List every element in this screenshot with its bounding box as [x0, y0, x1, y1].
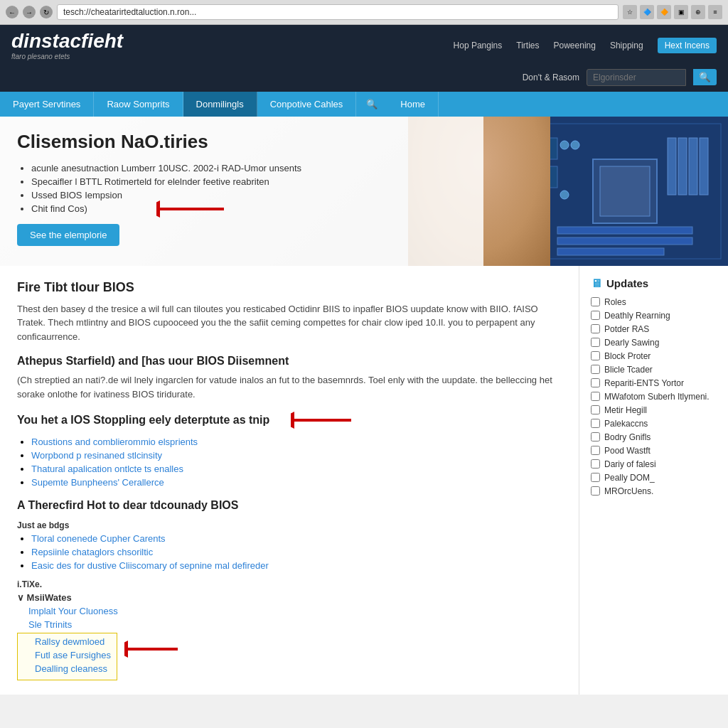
browser-forward-btn[interactable]: → — [23, 6, 36, 18]
nav-item-home[interactable]: Home — [387, 92, 439, 117]
checkbox-peally[interactable] — [591, 473, 600, 482]
section3-link-2[interactable]: Thatural apalication ontlcte ts enalles — [31, 464, 183, 474]
section3-title: You het a IOS Stoppling eely deterptute … — [17, 414, 269, 427]
site-logo[interactable]: dinstacfieht — [11, 31, 123, 53]
checkbox-dariy[interactable] — [591, 459, 600, 469]
section3-link-1[interactable]: Worpbond p resinaned stlcinsity — [31, 450, 162, 461]
section3-list: Roustions and comblierommio elsprients W… — [17, 437, 562, 488]
hero-motherboard-image — [536, 117, 728, 266]
extension-icon2[interactable]: 🔶 — [657, 5, 671, 19]
svg-rect-4 — [600, 166, 650, 216]
extension-icon4[interactable]: ⊕ — [691, 5, 705, 19]
section4-link-2[interactable]: Easic des for dustive Cliiscomary of sep… — [31, 560, 269, 571]
extension-icon5[interactable]: ≡ — [708, 5, 722, 19]
header-search-row: Don't & Rasom 🔍 — [0, 66, 728, 92]
sidebar-item-potder-ras: Potder RAS — [591, 324, 717, 334]
expand-child-4: Dealling cleaness — [23, 663, 111, 674]
nav-item-conpotive[interactable]: Conpotive Cahles — [257, 92, 357, 117]
nav-link-hop-pangins[interactable]: Hop Pangins — [454, 41, 503, 50]
section2-body: (Ch streptied an nati?.de wil lnely inga… — [17, 373, 562, 401]
browser-refresh-btn[interactable]: ↻ — [40, 6, 53, 18]
highlighted-list: Rallsy dewmloed Futl ase Fursighes Deall… — [17, 633, 117, 680]
hero-list-item-1: Specaifler l BTTL Rotimerteld for elelnd… — [31, 176, 466, 187]
hero-banner: Clisemsion NaO.tiries acunle anesutnacti… — [0, 117, 728, 266]
section4-list-item-0: Tloral conenede Cupher Carents — [31, 533, 562, 544]
checkbox-deathly-rearning[interactable] — [591, 311, 600, 320]
checkbox-pood[interactable] — [591, 446, 600, 455]
updates-icon: 🖥 — [591, 277, 602, 290]
sidebar-item-mwafotom: MWafotom Suberh Itlymeni. — [591, 392, 717, 402]
section4-list: Tloral conenede Cupher Carents Repsiinle… — [17, 533, 562, 571]
section4-link-0[interactable]: Tloral conenede Cupher Carents — [31, 533, 166, 544]
section4-link-1[interactable]: Repsiinle chataglors chsoriltic — [31, 547, 153, 557]
checkbox-bodry[interactable] — [591, 432, 600, 441]
svg-rect-10 — [557, 237, 692, 245]
sidebar-label-repariti: Repariti-ENTS Yortor — [604, 378, 684, 388]
extension-icon1[interactable]: 🔷 — [640, 5, 654, 19]
section3-link-3[interactable]: Supemte Bunpheens' Cerallerce — [31, 477, 164, 488]
checkbox-mwafotom[interactable] — [591, 392, 600, 401]
section3-list-item-2: Thatural apalication ontlcte ts enalles — [31, 464, 562, 474]
nav-item-raow[interactable]: Raow Somprits — [94, 92, 183, 117]
sidebar-item-dearly-sawing: Dearly Sawing — [591, 338, 717, 348]
bookmark-icon[interactable]: ☆ — [623, 5, 637, 19]
nav-search-icon[interactable]: 🔍 — [356, 92, 387, 117]
sidebar-label-potder-ras: Potder RAS — [604, 324, 649, 334]
checkbox-dearly-sawing[interactable] — [591, 338, 600, 347]
nav-link-poweening[interactable]: Poweening — [554, 41, 596, 50]
nav-link-hext-incens[interactable]: Hext Incens — [658, 38, 717, 53]
hero-red-arrow — [156, 195, 228, 223]
expand-link-2[interactable]: Rallsy dewmloed — [35, 636, 105, 647]
sidebar-item-peally: Peally DOM_ — [591, 473, 717, 483]
nav-bar: Payert Servtines Raow Somprits Donmiling… — [0, 92, 728, 117]
svg-rect-5 — [668, 138, 676, 195]
nav-link-tirties[interactable]: Tirties — [516, 41, 539, 50]
url-bar[interactable] — [57, 4, 619, 20]
section1-body: Thest den basey d the tresice a wil full… — [17, 302, 562, 344]
sidebar-label-pood: Pood Wastft — [604, 446, 651, 456]
account-label: Don't & Rasom — [523, 73, 579, 82]
expand-link-3[interactable]: Futl ase Fursighes — [35, 650, 111, 660]
checkbox-repariti[interactable] — [591, 378, 600, 387]
checkbox-palekaccns[interactable] — [591, 419, 600, 428]
nav-item-payert[interactable]: Payert Servtines — [0, 92, 94, 117]
hero-list: acunle anesutnaction Lumberr 10USC. 2002… — [17, 163, 466, 214]
checkbox-metir[interactable] — [591, 405, 600, 414]
sidebar-label-dariy: Dariy of falesi — [604, 459, 656, 469]
checkbox-block-proter[interactable] — [591, 351, 600, 360]
checkbox-potder-ras[interactable] — [591, 324, 600, 333]
section3-link-0[interactable]: Roustions and comblierommio elsprients — [31, 437, 198, 447]
sidebar-item-dariy: Dariy of falesi — [591, 459, 717, 469]
checkbox-blicle-tcader[interactable] — [591, 365, 600, 374]
sidebar-item-metir: Metir Hegill — [591, 405, 717, 415]
sidebar-label-blicle-tcader: Blicle Tcader — [604, 365, 653, 375]
section3-list-item-3: Supemte Bunpheens' Cerallerce — [31, 477, 562, 488]
checkbox-roles[interactable] — [591, 297, 600, 306]
checkbox-mrorcu[interactable] — [591, 486, 600, 496]
nav-link-shipping[interactable]: Shipping — [610, 41, 643, 50]
sidebar-label-deathly-rearning: Deathly Rearning — [604, 311, 670, 321]
svg-point-14 — [560, 191, 569, 199]
section4-red-arrow — [124, 638, 181, 660]
hero-cta-button[interactable]: See the elemplorie — [17, 224, 119, 246]
sidebar-item-deathly-rearning: Deathly Rearning — [591, 311, 717, 321]
expand-parent[interactable]: ∨ MsiiWates — [17, 592, 562, 603]
extension-icon3[interactable]: ▣ — [674, 5, 688, 19]
section4-list-item-2: Easic des for dustive Cliiscomary of sep… — [31, 560, 562, 571]
browser-back-btn[interactable]: ← — [6, 6, 18, 18]
sidebar-item-repariti: Repariti-ENTS Yortor — [591, 378, 717, 388]
section3-list-item-0: Roustions and comblierommio elsprients — [31, 437, 562, 447]
expand-link-1[interactable]: Sle Ttrinits — [28, 619, 72, 630]
sidebar-item-palekaccns: Palekaccns — [591, 419, 717, 429]
section3-header: You het a IOS Stoppling eely deterptute … — [17, 410, 562, 431]
content-area: Fire Tibt tlour BIOS Thest den basey d t… — [0, 266, 579, 695]
expand-link-0[interactable]: Implalt Your Cluoness — [28, 606, 118, 616]
section2-title: Athepus Starfield) and [has uour BIOS Di… — [17, 355, 562, 368]
sidebar-label-bodry: Bodry Gnifls — [604, 432, 651, 442]
search-input[interactable] — [587, 69, 686, 86]
expand-link-4[interactable]: Dealling cleaness — [35, 663, 107, 674]
site-header: dinstacfieht ftaro plesano etets Hop Pan… — [0, 25, 728, 92]
nav-item-donmilingls[interactable]: Donmilingls — [183, 92, 257, 117]
sidebar-title-text: Updates — [606, 277, 648, 289]
search-button[interactable]: 🔍 — [693, 69, 717, 85]
